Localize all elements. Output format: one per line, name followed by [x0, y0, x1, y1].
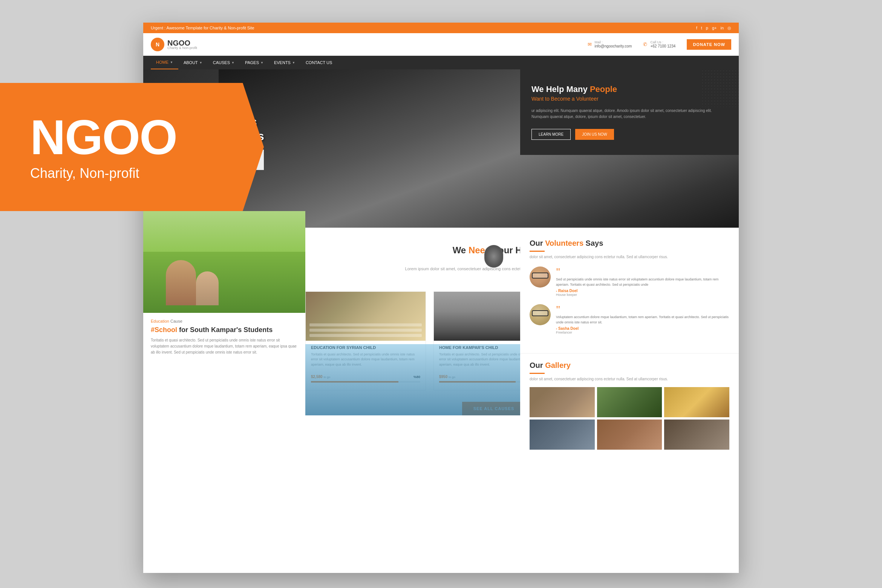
- card-heading: #School for South Kampar's Students: [151, 326, 298, 334]
- gallery-grid: [530, 387, 729, 450]
- gallery-divider: [530, 373, 545, 374]
- testimonial-role-1: House keeper: [556, 293, 729, 297]
- gallery-title: Our Gallery: [530, 361, 729, 370]
- glasses-1: [532, 273, 548, 279]
- quote-icon-1: ": [556, 266, 560, 277]
- testimonial-name-1: - Raisa Doel: [556, 289, 729, 293]
- urgent-text: Urgent : Awesome Template for Charity & …: [151, 26, 254, 30]
- gallery-section: Our Gallery dolor sit amet, consectetuer…: [520, 353, 739, 457]
- panel-buttons: LEARN MORE JOIN US NOW: [531, 129, 727, 140]
- left-card-image: [143, 211, 305, 313]
- panel-title: We Help Many People: [531, 84, 727, 94]
- linkedin-icon[interactable]: in: [720, 26, 724, 31]
- right-column: Our Volunteers Says dolor sit amet, cons…: [520, 228, 739, 457]
- nav-pages[interactable]: PAGES ▼: [240, 56, 269, 69]
- donate-button[interactable]: DONATE NOW: [687, 39, 731, 50]
- card-heading-highlight: #School: [151, 326, 177, 334]
- cause-image-1: [306, 292, 426, 341]
- gallery-item-2[interactable]: [597, 387, 662, 417]
- avatar-1: [530, 266, 551, 288]
- nav-causes[interactable]: CAUSES ▼: [208, 56, 240, 69]
- quote-icon-2: ": [556, 303, 560, 315]
- glasses-2: [532, 310, 548, 316]
- card-tag: Education Cause: [151, 319, 298, 323]
- logo-icon: N: [151, 38, 164, 51]
- nav-events[interactable]: EVENTS ▼: [269, 56, 300, 69]
- navigation: HOME ▼ ABOUT ▼ CAUSES ▼ PAGES ▼ EVENTS ▼…: [143, 56, 739, 69]
- top-bar: Urgent : Awesome Template for Charity & …: [143, 23, 739, 33]
- volunteers-desc: dolor sit amet, consectetuer adipiscing …: [530, 255, 729, 259]
- logo-area: N NGOO Charity & Non-profit: [151, 38, 197, 51]
- phone-icon: ✆: [643, 41, 647, 47]
- person-silhouette-1: [166, 260, 196, 305]
- brand-title: NGOO: [30, 113, 264, 162]
- left-card-content: Education Cause #School for South Kampar…: [143, 313, 305, 361]
- volunteer-panel: We Help Many People Want to Become a Vol…: [520, 69, 739, 155]
- volunteers-section: Our Volunteers Says dolor sit amet, cons…: [520, 228, 739, 353]
- brand-block: NGOO Charity, Non-profit: [0, 83, 264, 211]
- volunteers-divider: [530, 251, 545, 252]
- left-card: Education Cause #School for South Kampar…: [143, 211, 305, 373]
- volunteers-title: Our Volunteers Says: [530, 239, 729, 248]
- testimonial-text-1: Sed ut perspiciatis unde omnis iste natu…: [556, 277, 729, 287]
- twitter-icon[interactable]: t: [701, 26, 702, 31]
- nav-contact[interactable]: CONTACT US: [300, 56, 338, 69]
- testimonial-2: " Voluptatem accuntium dolore mque lauda…: [530, 304, 729, 334]
- gallery-item-4[interactable]: [530, 420, 595, 450]
- panel-subtitle: Want to Become a Volunteer: [531, 96, 727, 102]
- card-text: Toritatis et quasi architecto. Sed ut pe…: [151, 337, 298, 355]
- classroom-image: [306, 292, 426, 341]
- gallery-item-3[interactable]: [664, 387, 729, 417]
- gallery-item-6[interactable]: [664, 420, 729, 450]
- googleplus-icon[interactable]: g+: [712, 26, 717, 31]
- social-icons: f t p g+ in ◎: [696, 26, 731, 31]
- testimonial-role-2: Freelancer: [556, 331, 729, 334]
- phone-contact: ✆ Call Us : +62 7100 1234: [643, 40, 675, 48]
- header-contact: ✉ Mail : info@ngoocharity.com ✆ Call Us …: [588, 39, 732, 50]
- pinterest-icon[interactable]: p: [706, 26, 708, 31]
- testimonial-name-2: - Sasha Doel: [556, 326, 729, 331]
- header: N NGOO Charity & Non-profit ✉ Mail : inf…: [143, 33, 739, 56]
- logo-text: NGOO Charity & Non-profit: [167, 39, 197, 50]
- gallery-item-1[interactable]: [530, 387, 595, 417]
- facebook-icon[interactable]: f: [696, 26, 697, 31]
- testimonial-content-2: " Voluptatem accuntium dolore mque lauda…: [556, 304, 729, 334]
- learn-more-button[interactable]: LEARN MORE: [531, 129, 571, 140]
- testimonial-1: " Sed ut perspiciatis unde omnis iste na…: [530, 266, 729, 297]
- instagram-icon[interactable]: ◎: [727, 26, 731, 31]
- testimonial-text-2: Voluptatem accuntium dolore mque laudant…: [556, 315, 729, 325]
- classroom-desks: [309, 308, 422, 337]
- nav-home[interactable]: HOME ▼: [151, 56, 178, 69]
- dots-decoration: [701, 69, 739, 107]
- person-silhouette-2: [196, 271, 219, 305]
- education-link[interactable]: Education: [151, 319, 169, 323]
- testimonial-content-1: " Sed ut perspiciatis unde omnis iste na…: [556, 266, 729, 297]
- brand-subtitle: Charity, Non-profit: [30, 165, 264, 181]
- avatar-2: [530, 304, 551, 325]
- panel-desc: ur adipiscing elit. Numquam quaerat atqu…: [531, 108, 727, 120]
- join-us-button[interactable]: JOIN US NOW: [575, 129, 614, 140]
- gallery-item-5[interactable]: [597, 420, 662, 450]
- nav-about[interactable]: ABOUT ▼: [178, 56, 208, 69]
- gallery-desc: dolor sit amet, consectetuer adipiscing …: [530, 377, 729, 381]
- mail-icon: ✉: [588, 41, 592, 47]
- mail-contact: ✉ Mail : info@ngoocharity.com: [588, 40, 632, 48]
